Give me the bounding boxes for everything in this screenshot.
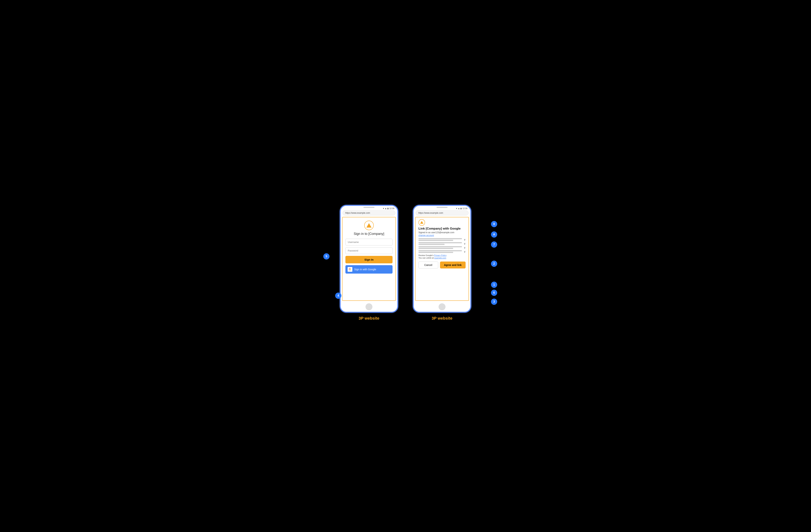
annotation-a: A (491, 231, 497, 238)
url-bar-2[interactable]: https://www.example.com (415, 210, 469, 215)
screen-content-1: Sign in to [Company] Sign In G Sign in w… (342, 217, 396, 301)
annotation-3: 3 (491, 299, 497, 305)
time-2: 12:30 (462, 207, 468, 210)
perm-lines-2 (418, 242, 463, 245)
speaker-bar (364, 207, 374, 208)
agree-button[interactable]: Agree and link (440, 261, 465, 269)
perm-lines-1 (418, 238, 463, 241)
status-bar-2: ▾ ▲ ▮ 12:30 (414, 206, 470, 210)
permission-row-3: ∨ (418, 246, 465, 249)
company-logo-2 (418, 219, 425, 226)
perm-line (418, 238, 462, 239)
phone2-wrapper: ▾ ▲ ▮ 12:30 https://www.example.com Link… (413, 205, 471, 321)
unlink-link[interactable]: example.com (434, 257, 446, 259)
google-sign-in-button[interactable]: G Sign in with Google (346, 265, 393, 274)
url-bar-1[interactable]: https://www.example.com (342, 210, 396, 215)
permission-row-4: ∨ (418, 250, 465, 253)
action-buttons: Cancel Agree and link (418, 261, 465, 269)
signed-in-text: Signed in as user123@example.com (418, 231, 465, 234)
sign-in-button[interactable]: Sign In (346, 256, 393, 263)
perm-line (418, 250, 462, 251)
phone1-wrapper: ▾ ▲ ▮ 12:30 https://www.example.com Sign… (340, 205, 398, 321)
annotation-7: 7 (491, 241, 497, 248)
perm-line (418, 246, 462, 247)
google-g-icon: G (349, 268, 351, 271)
sign-in-title: Sign in to [Company] (346, 232, 393, 236)
annotation-8: 8 (491, 221, 497, 227)
wifi-icon: ▾ (383, 207, 384, 210)
chevron-icon-3[interactable]: ∨ (464, 246, 465, 249)
speaker-bar-2 (437, 207, 447, 208)
phone2: ▾ ▲ ▮ 12:30 https://www.example.com Link… (413, 205, 471, 313)
status-bar-1: ▾ ▲ ▮ 12:30 (341, 206, 397, 210)
phones-row: ▾ ▲ ▮ 12:30 https://www.example.com Sign… (340, 205, 471, 321)
permission-row-1: ∨ (418, 238, 465, 241)
battery-icon-2: ▮ (460, 207, 462, 210)
google-icon-box: G (348, 267, 352, 272)
annotation-2: 2 (491, 261, 497, 267)
chevron-icon-1[interactable]: ∨ (464, 238, 465, 241)
company-logo-1 (364, 221, 374, 230)
password-input[interactable] (346, 247, 393, 254)
annotation-4: 4 (335, 292, 341, 299)
annotation-5: 5 (323, 253, 330, 259)
triangle-icon-1 (366, 223, 371, 228)
wifi-icon-2: ▾ (456, 207, 457, 210)
perm-line (418, 244, 445, 245)
triangle-icon-2 (420, 221, 424, 224)
privacy-text: Review Google's Privacy Policy (418, 254, 465, 256)
perm-line (418, 240, 453, 241)
perm-line (418, 248, 453, 249)
cancel-button[interactable]: Cancel (418, 261, 438, 269)
perm-line (418, 252, 453, 253)
link-title: Link [Company] with Google (418, 227, 465, 230)
perm-lines-3 (418, 246, 463, 249)
battery-icon: ▮ (387, 207, 388, 210)
perm-lines-4 (418, 250, 463, 253)
annotation-1: 1 (491, 282, 497, 288)
signal-icon: ▲ (385, 207, 387, 210)
change-account-link[interactable]: change account (418, 234, 465, 237)
permission-row-2: ∨ (418, 242, 465, 245)
chevron-icon-2[interactable]: ∨ (464, 242, 465, 245)
phone1: ▾ ▲ ▮ 12:30 https://www.example.com Sign… (340, 205, 398, 313)
signal-icon-2: ▲ (458, 207, 460, 210)
home-button-1[interactable] (366, 303, 372, 310)
chevron-icon-4[interactable]: ∨ (464, 250, 465, 253)
link-header-row (418, 219, 465, 226)
diagram-container: ▾ ▲ ▮ 12:30 https://www.example.com Sign… (305, 199, 506, 333)
annotation-6: 6 (491, 290, 497, 296)
username-input[interactable] (346, 239, 393, 245)
time-1: 12:30 (389, 207, 394, 210)
phone1-label: 3P website (358, 316, 379, 321)
privacy-policy-link[interactable]: Privacy Policy (434, 254, 446, 256)
screen-content-2: Link [Company] with Google Signed in as … (415, 217, 469, 301)
perm-line (418, 242, 462, 243)
phone2-label: 3P website (432, 316, 452, 321)
home-button-2[interactable] (439, 303, 445, 310)
unlink-text: You can unlink at example.com (418, 257, 465, 259)
